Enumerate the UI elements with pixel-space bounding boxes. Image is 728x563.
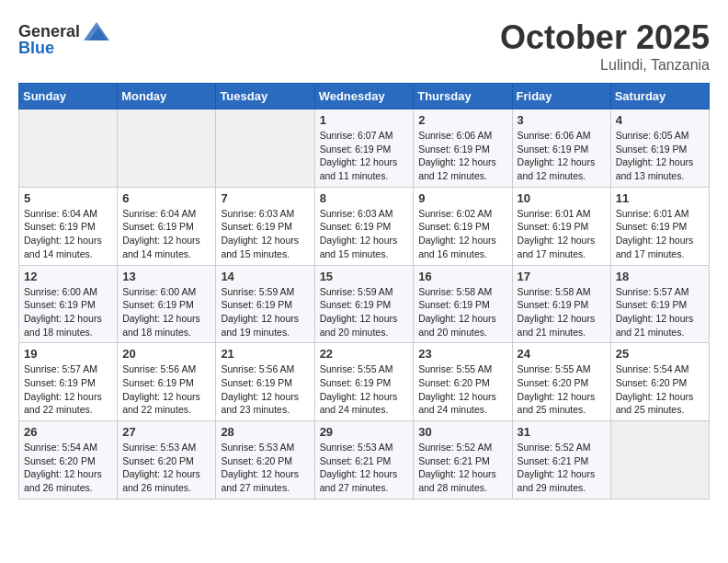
day-info: Sunrise: 5:55 AM Sunset: 6:20 PM Dayligh… — [518, 362, 606, 417]
table-row: 4Sunrise: 6:05 AM Sunset: 6:19 PM Daylig… — [610, 109, 709, 188]
day-info: Sunrise: 5:56 AM Sunset: 6:19 PM Dayligh… — [122, 362, 210, 417]
day-info: Sunrise: 5:59 AM Sunset: 6:19 PM Dayligh… — [320, 285, 409, 339]
table-row: 7Sunrise: 6:03 AM Sunset: 6:19 PM Daylig… — [216, 187, 314, 265]
calendar-week-row: 1Sunrise: 6:07 AM Sunset: 6:19 PM Daylig… — [19, 109, 710, 188]
calendar-week-row: 19Sunrise: 5:57 AM Sunset: 6:19 PM Dayli… — [19, 343, 710, 421]
table-row — [216, 109, 314, 188]
table-row: 25Sunrise: 5:54 AM Sunset: 6:20 PM Dayli… — [610, 343, 709, 421]
day-info: Sunrise: 5:58 AM Sunset: 6:19 PM Dayligh… — [518, 285, 606, 339]
day-info: Sunrise: 6:04 AM Sunset: 6:19 PM Dayligh… — [24, 207, 112, 261]
day-number: 28 — [221, 425, 309, 439]
table-row: 20Sunrise: 5:56 AM Sunset: 6:19 PM Dayli… — [118, 343, 216, 421]
table-row: 17Sunrise: 5:58 AM Sunset: 6:19 PM Dayli… — [512, 265, 610, 343]
table-row: 18Sunrise: 5:57 AM Sunset: 6:19 PM Dayli… — [610, 265, 709, 343]
day-info: Sunrise: 6:06 AM Sunset: 6:19 PM Dayligh… — [418, 129, 506, 183]
day-info: Sunrise: 6:00 AM Sunset: 6:19 PM Dayligh… — [24, 285, 112, 339]
day-info: Sunrise: 6:00 AM Sunset: 6:19 PM Dayligh… — [122, 285, 210, 339]
day-number: 7 — [221, 191, 309, 205]
day-info: Sunrise: 5:57 AM Sunset: 6:19 PM Dayligh… — [616, 285, 704, 339]
day-info: Sunrise: 6:06 AM Sunset: 6:19 PM Dayligh… — [518, 129, 606, 183]
day-number: 27 — [122, 425, 210, 439]
day-info: Sunrise: 6:05 AM Sunset: 6:19 PM Dayligh… — [616, 129, 704, 183]
header-wednesday: Wednesday — [314, 84, 414, 109]
table-row: 30Sunrise: 5:52 AM Sunset: 6:21 PM Dayli… — [414, 421, 512, 500]
table-row: 31Sunrise: 5:52 AM Sunset: 6:21 PM Dayli… — [512, 421, 610, 500]
header-saturday: Saturday — [610, 84, 709, 109]
logo: General Blue — [18, 18, 111, 58]
day-number: 1 — [320, 113, 409, 127]
month-title: October 2025 — [500, 18, 710, 57]
day-info: Sunrise: 5:54 AM Sunset: 6:20 PM Dayligh… — [616, 362, 704, 417]
logo-icon — [82, 18, 111, 44]
day-number: 13 — [122, 270, 210, 283]
table-row: 22Sunrise: 5:55 AM Sunset: 6:19 PM Dayli… — [314, 343, 414, 421]
day-number: 11 — [616, 191, 704, 205]
day-info: Sunrise: 6:04 AM Sunset: 6:19 PM Dayligh… — [122, 207, 210, 261]
table-row: 13Sunrise: 6:00 AM Sunset: 6:19 PM Dayli… — [118, 265, 216, 343]
day-number: 3 — [518, 113, 606, 127]
table-row: 28Sunrise: 5:53 AM Sunset: 6:20 PM Dayli… — [216, 421, 314, 500]
table-row: 3Sunrise: 6:06 AM Sunset: 6:19 PM Daylig… — [512, 109, 610, 188]
day-number: 18 — [616, 270, 704, 283]
day-info: Sunrise: 6:03 AM Sunset: 6:19 PM Dayligh… — [221, 207, 309, 261]
day-info: Sunrise: 5:55 AM Sunset: 6:20 PM Dayligh… — [418, 362, 506, 417]
table-row: 19Sunrise: 5:57 AM Sunset: 6:19 PM Dayli… — [19, 343, 118, 421]
day-number: 23 — [418, 347, 506, 361]
day-number: 15 — [320, 270, 409, 283]
day-number: 22 — [320, 347, 409, 361]
table-row: 2Sunrise: 6:06 AM Sunset: 6:19 PM Daylig… — [414, 109, 512, 188]
table-row: 12Sunrise: 6:00 AM Sunset: 6:19 PM Dayli… — [19, 265, 118, 343]
day-number: 16 — [418, 270, 506, 283]
day-number: 12 — [24, 270, 112, 283]
table-row: 5Sunrise: 6:04 AM Sunset: 6:19 PM Daylig… — [19, 187, 118, 265]
table-row: 16Sunrise: 5:58 AM Sunset: 6:19 PM Dayli… — [414, 265, 512, 343]
table-row: 15Sunrise: 5:59 AM Sunset: 6:19 PM Dayli… — [314, 265, 414, 343]
day-info: Sunrise: 6:03 AM Sunset: 6:19 PM Dayligh… — [320, 207, 409, 261]
table-row: 26Sunrise: 5:54 AM Sunset: 6:20 PM Dayli… — [19, 421, 118, 500]
day-number: 2 — [418, 113, 506, 127]
day-number: 10 — [518, 191, 606, 205]
day-info: Sunrise: 5:56 AM Sunset: 6:19 PM Dayligh… — [221, 362, 309, 417]
day-number: 20 — [122, 347, 210, 361]
calendar-week-row: 5Sunrise: 6:04 AM Sunset: 6:19 PM Daylig… — [19, 187, 710, 265]
day-info: Sunrise: 5:57 AM Sunset: 6:19 PM Dayligh… — [24, 362, 112, 417]
table-row: 27Sunrise: 5:53 AM Sunset: 6:20 PM Dayli… — [118, 421, 216, 500]
table-row: 1Sunrise: 6:07 AM Sunset: 6:19 PM Daylig… — [314, 109, 414, 188]
day-number: 26 — [24, 425, 112, 439]
calendar-week-row: 26Sunrise: 5:54 AM Sunset: 6:20 PM Dayli… — [19, 421, 710, 500]
day-number: 31 — [518, 425, 606, 439]
calendar-week-row: 12Sunrise: 6:00 AM Sunset: 6:19 PM Dayli… — [19, 265, 710, 343]
day-info: Sunrise: 5:53 AM Sunset: 6:20 PM Dayligh… — [221, 441, 309, 495]
table-row: 8Sunrise: 6:03 AM Sunset: 6:19 PM Daylig… — [314, 187, 414, 265]
table-row: 6Sunrise: 6:04 AM Sunset: 6:19 PM Daylig… — [118, 187, 216, 265]
day-info: Sunrise: 6:02 AM Sunset: 6:19 PM Dayligh… — [418, 207, 506, 261]
day-info: Sunrise: 5:55 AM Sunset: 6:19 PM Dayligh… — [320, 362, 409, 417]
header-sunday: Sunday — [19, 84, 118, 109]
table-row: 9Sunrise: 6:02 AM Sunset: 6:19 PM Daylig… — [414, 187, 512, 265]
day-number: 19 — [24, 347, 112, 361]
header-friday: Friday — [512, 84, 610, 109]
table-row: 14Sunrise: 5:59 AM Sunset: 6:19 PM Dayli… — [216, 265, 314, 343]
table-row: 24Sunrise: 5:55 AM Sunset: 6:20 PM Dayli… — [512, 343, 610, 421]
day-number: 21 — [221, 347, 309, 361]
table-row — [118, 109, 216, 188]
calendar-table: Sunday Monday Tuesday Wednesday Thursday… — [18, 83, 710, 500]
table-row: 11Sunrise: 6:01 AM Sunset: 6:19 PM Dayli… — [610, 187, 709, 265]
day-number: 6 — [122, 191, 210, 205]
logo-text-blue: Blue — [18, 39, 54, 58]
day-number: 4 — [616, 113, 704, 127]
day-number: 9 — [418, 191, 506, 205]
table-row — [610, 421, 709, 500]
day-number: 30 — [418, 425, 506, 439]
day-info: Sunrise: 5:54 AM Sunset: 6:20 PM Dayligh… — [24, 441, 112, 495]
table-row: 21Sunrise: 5:56 AM Sunset: 6:19 PM Dayli… — [216, 343, 314, 421]
day-number: 17 — [518, 270, 606, 283]
table-row: 29Sunrise: 5:53 AM Sunset: 6:21 PM Dayli… — [314, 421, 414, 500]
day-info: Sunrise: 5:53 AM Sunset: 6:20 PM Dayligh… — [122, 441, 210, 495]
table-row — [19, 109, 118, 188]
day-info: Sunrise: 5:53 AM Sunset: 6:21 PM Dayligh… — [320, 441, 409, 495]
title-block: October 2025 Lulindi, Tanzania — [500, 18, 710, 74]
day-info: Sunrise: 5:52 AM Sunset: 6:21 PM Dayligh… — [518, 441, 606, 495]
day-number: 5 — [24, 191, 112, 205]
day-number: 24 — [518, 347, 606, 361]
